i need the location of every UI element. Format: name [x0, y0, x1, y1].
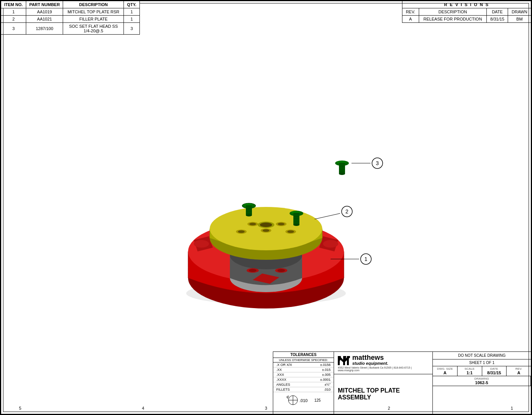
- rev-col-date: DATE: [487, 8, 508, 16]
- dwg-size-cell: DWG. SIZE A: [433, 366, 458, 376]
- scale-value: 1:1: [460, 370, 480, 375]
- svg-point-47: [339, 173, 345, 175]
- col-header-part: PART NUMBER: [26, 1, 63, 8]
- tol-row-4: .XXXX ±.0001: [273, 377, 334, 382]
- tolerances-subtitle: UNLESS OTHERWISE SPECIFIED:: [273, 358, 334, 363]
- company-logo: matthews studio equipment.: [338, 354, 429, 366]
- tol-row-5: ANGLES ±½°: [273, 382, 334, 387]
- svg-text:2: 2: [345, 208, 348, 215]
- info-section: DO NOT SCALE DRAWING SHEET 1 OF 1 DWG. S…: [433, 352, 531, 414]
- svg-point-12: [249, 269, 256, 272]
- grid-bottom-1: 1: [511, 406, 513, 410]
- grid-bottom-5: 5: [19, 406, 21, 410]
- revisions-title: R E V I S I O N S: [402, 1, 531, 8]
- svg-point-5: [194, 240, 209, 248]
- qty-2: 1: [124, 16, 139, 23]
- svg-text:⊄: ⊄: [286, 395, 289, 399]
- date-value: 8/31/15: [484, 370, 504, 375]
- svg-text:3: 3: [376, 160, 379, 166]
- rev-cell: REV. A: [507, 366, 531, 376]
- svg-point-20: [278, 223, 285, 225]
- tolerances-section: TOLERANCES UNLESS OTHERWISE SPECIFIED: .…: [273, 352, 334, 414]
- col-header-item: ITEM NO.: [1, 1, 26, 8]
- part-no-2: AA1021: [26, 16, 63, 23]
- tol-value-1: ±.0156: [320, 363, 331, 367]
- tol-label-4: .XXXX: [276, 378, 287, 382]
- company-logo-area: matthews studio equipment. 4552 West Val…: [334, 352, 432, 374]
- tol-label-2: .XX: [276, 368, 282, 372]
- dwg-size-label: DWG. SIZE: [435, 367, 455, 370]
- tol-label-5: ANGLES: [276, 383, 290, 386]
- scale-ref: 125: [314, 398, 321, 402]
- rev-col-drawn: DRAWN: [508, 8, 531, 16]
- rev-letter: A: [402, 16, 419, 23]
- scale-label: SCALE: [460, 367, 480, 370]
- grid-bottom-3: 3: [265, 406, 267, 410]
- tol-label-3: .XXX: [276, 373, 284, 377]
- svg-point-33: [246, 214, 252, 216]
- svg-point-14: [277, 269, 285, 272]
- svg-point-24: [238, 230, 245, 233]
- table-row: 3 1287/100 SOC SET FLAT HEAD SS 1/4-20@.…: [1, 23, 140, 35]
- svg-point-22: [263, 229, 269, 232]
- tol-row-2: .XX ±.015: [273, 367, 334, 372]
- desc-1: MITCHEL TOP PLATE RSR: [63, 8, 124, 16]
- tol-row-3: .XXX ±.005: [273, 372, 334, 377]
- company-section: matthews studio equipment. 4552 West Val…: [334, 352, 433, 414]
- rev-col-rev: REV.: [402, 8, 419, 16]
- grid-bottom-4: 4: [142, 406, 144, 410]
- parts-table: ITEM NO. PART NUMBER DESCRIPTION QTY. 1 …: [1, 1, 140, 35]
- date-cell: DATE 8/31/15: [482, 366, 507, 376]
- rev-drawn: BM: [508, 16, 531, 23]
- rev-col-desc: DESCRIPTION: [419, 8, 487, 16]
- company-address: 4552 West Valerio Street | Burbank Ca 91…: [338, 366, 429, 372]
- company-tagline: studio equipment.: [352, 361, 388, 366]
- col-header-qty: QTY.: [124, 1, 139, 8]
- svg-line-54: [315, 213, 340, 219]
- col-header-desc: DESCRIPTION: [63, 1, 124, 8]
- rev-date: 8/31/15: [487, 16, 508, 23]
- item-no-2: 2: [1, 16, 26, 23]
- svg-text:1: 1: [364, 256, 367, 262]
- item-no-1: 1: [1, 8, 26, 16]
- svg-point-18: [249, 223, 256, 225]
- qty-3: 3: [124, 23, 139, 35]
- info-row-1: DWG. SIZE A SCALE 1:1 DATE 8/31/15 REV. …: [433, 366, 531, 376]
- info-row-2: DRAWING 1062-5: [433, 376, 531, 386]
- tol-value-2: ±.015: [322, 368, 331, 372]
- table-row: 2 AA1021 FILLER PLATE 1: [1, 16, 140, 23]
- table-row: 1 AA1019 MITCHEL TOP PLATE RSR 1: [1, 8, 140, 16]
- svg-point-40: [293, 224, 299, 226]
- item-no-3: 3: [1, 23, 26, 35]
- svg-point-6: [323, 240, 338, 248]
- date-label: DATE: [484, 367, 504, 370]
- tol-value-4: ±.0001: [320, 378, 331, 382]
- rev-label: REV.: [509, 367, 529, 370]
- svg-point-28: [260, 223, 272, 227]
- grid-bottom-2: 2: [388, 406, 390, 410]
- dwg-size-value: A: [435, 370, 455, 375]
- rev-desc: RELEASE FOR PRODUCTION: [419, 16, 487, 23]
- grid-markers-bottom: 5 4 3 2 1: [19, 406, 513, 410]
- svg-point-26: [287, 230, 294, 233]
- drawing-number: 1062-5: [435, 380, 528, 385]
- desc-3: SOC SET FLAT HEAD SS 1/4-20@.5: [63, 23, 124, 35]
- desc-2: FILLER PLATE: [63, 16, 124, 23]
- company-name: matthews: [352, 354, 388, 361]
- drawing-label: DRAWING: [435, 377, 528, 380]
- tolerances-title: TOLERANCES: [273, 352, 334, 358]
- tol-label-6: FILLETS: [276, 388, 290, 391]
- tol-value-3: ±.005: [322, 373, 331, 377]
- revision-row: A RELEASE FOR PRODUCTION 8/31/15 BM: [402, 16, 531, 23]
- tol-label-1: .X OR X/X: [276, 363, 292, 367]
- drawing-label-cell: DRAWING 1062-5: [433, 376, 531, 386]
- qty-1: 1: [124, 8, 139, 16]
- tol-row-6: FILLETS .010: [273, 387, 334, 392]
- part-no-1: AA1019: [26, 8, 63, 16]
- title-block: TOLERANCES UNLESS OTHERWISE SPECIFIED: .…: [273, 351, 531, 414]
- drawing-area: 3 2 1: [0, 49, 532, 385]
- do-not-scale: DO NOT SCALE DRAWING: [433, 352, 531, 359]
- revisions-table: R E V I S I O N S REV. DESCRIPTION DATE …: [402, 1, 531, 23]
- tol-value-6: .010: [324, 388, 331, 391]
- scale-cell: SCALE 1:1: [458, 366, 482, 376]
